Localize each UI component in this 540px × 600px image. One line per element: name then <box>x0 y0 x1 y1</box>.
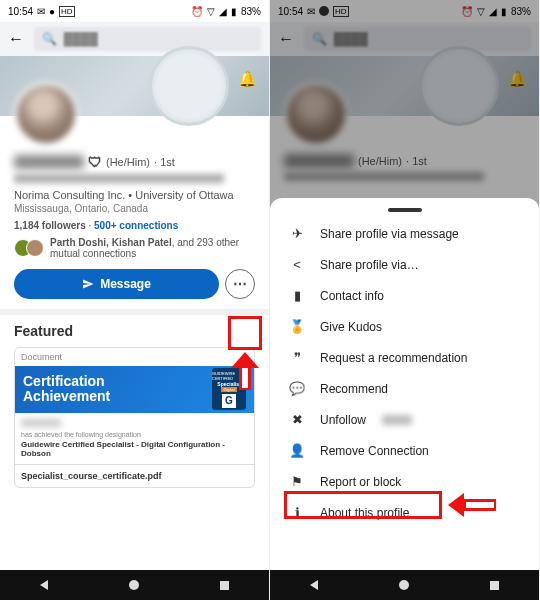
more-button[interactable]: ⋯ <box>225 269 255 299</box>
remove-connection-icon: 👤 <box>288 443 306 458</box>
divider <box>0 309 269 315</box>
connections-link[interactable]: 500+ connections <box>94 220 178 231</box>
dnd-icon: ● <box>49 6 55 17</box>
signal-icon: ◢ <box>219 6 227 17</box>
kudos-icon: 🏅 <box>288 319 306 334</box>
phone-right: 10:54✉HD ⏰▽◢▮83% ← 🔍 ████ 🔔 (He/Him) · 1… <box>270 0 540 600</box>
nav-home[interactable] <box>399 580 409 590</box>
mail-icon: ✉ <box>37 6 45 17</box>
android-nav <box>0 570 269 600</box>
phone-left: 10:54✉●HD ⏰▽◢▮83% ← 🔍 ████ 🔔 🛡 (He/Him) … <box>0 0 270 600</box>
pronouns: (He/Him) <box>106 156 150 168</box>
menu-give-kudos[interactable]: 🏅Give Kudos <box>270 311 539 342</box>
nav-home[interactable] <box>129 580 139 590</box>
top-bar: ← 🔍 ████ <box>0 22 269 56</box>
contact-icon: ▮ <box>288 288 306 303</box>
bell-icon[interactable]: 🔔 <box>238 70 257 88</box>
menu-contact-info[interactable]: ▮Contact info <box>270 280 539 311</box>
cover-graphic <box>149 46 229 126</box>
headline <box>14 174 224 183</box>
status-bar: 10:54✉●HD ⏰▽◢▮83% <box>0 0 269 22</box>
recommend-icon: 💬 <box>288 381 306 396</box>
back-icon[interactable]: ← <box>8 30 24 48</box>
wifi-icon: ▽ <box>207 6 215 17</box>
quote-icon: ❞ <box>288 350 306 365</box>
android-nav <box>270 570 539 600</box>
send-icon: ✈ <box>288 226 306 241</box>
battery-pct: 83% <box>241 6 261 17</box>
search-input[interactable]: 🔍 ████ <box>34 27 261 51</box>
featured-heading: Featured <box>14 323 255 339</box>
flag-icon: ⚑ <box>288 474 306 489</box>
location: Mississauga, Ontario, Canada <box>14 203 255 214</box>
battery-icon: ▮ <box>231 6 237 17</box>
unfollow-icon: ✖ <box>288 412 306 427</box>
message-button[interactable]: Message <box>14 269 219 299</box>
doc-type: Document <box>15 348 254 366</box>
alarm-icon: ⏰ <box>191 6 203 17</box>
nav-recent[interactable] <box>490 581 499 590</box>
featured-document[interactable]: Document CertificationAchievement GUIDEW… <box>14 347 255 488</box>
mutual-connections[interactable]: Parth Doshi, Kishan Patel, and 293 other… <box>14 237 255 259</box>
nav-recent[interactable] <box>220 581 229 590</box>
status-time: 10:54 <box>8 6 33 17</box>
menu-recommend[interactable]: 💬Recommend <box>270 373 539 404</box>
verified-icon: 🛡 <box>88 154 102 170</box>
menu-report-block[interactable]: ⚑Report or block <box>270 466 539 497</box>
name-row: 🛡 (He/Him) · 1st <box>14 154 255 170</box>
menu-about-profile[interactable]: ℹAbout this profile <box>270 497 539 528</box>
hd-icon: HD <box>59 6 75 17</box>
degree: · 1st <box>154 156 175 168</box>
menu-share-message[interactable]: ✈Share profile via message <box>270 218 539 249</box>
share-icon: < <box>288 257 306 272</box>
info-icon: ℹ <box>288 505 306 520</box>
company-line: Norima Consulting Inc. • University of O… <box>14 189 255 201</box>
sheet-grabber[interactable] <box>388 208 422 212</box>
stats: 1,184 followers · 500+ connections <box>14 220 255 231</box>
nav-back[interactable] <box>310 580 318 590</box>
cert-badge: GUIDEWIRE CERTIFIED Specialist Digital G <box>212 368 246 410</box>
menu-request-recommendation[interactable]: ❞Request a recommendation <box>270 342 539 373</box>
menu-share-via[interactable]: <Share profile via… <box>270 249 539 280</box>
action-sheet: ✈Share profile via message <Share profil… <box>270 198 539 570</box>
nav-back[interactable] <box>40 580 48 590</box>
cover-photo <box>0 56 269 116</box>
doc-hero: CertificationAchievement GUIDEWIRE CERTI… <box>15 366 254 413</box>
menu-unfollow[interactable]: ✖Unfollow <box>270 404 539 435</box>
mutual-avatars <box>14 239 44 257</box>
profile-name <box>14 155 84 169</box>
doc-filename: Specialist_course_certificate.pdf <box>15 464 254 487</box>
menu-remove-connection[interactable]: 👤Remove Connection <box>270 435 539 466</box>
avatar[interactable] <box>14 82 78 146</box>
